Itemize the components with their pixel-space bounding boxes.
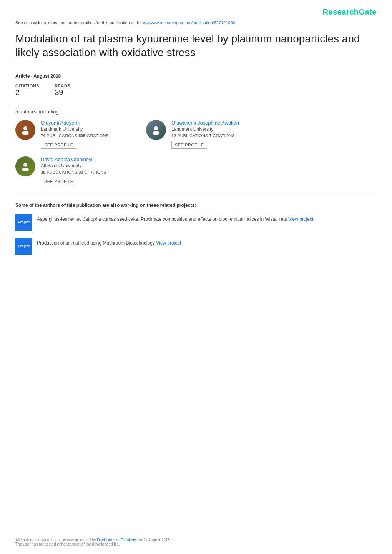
project-description-2: Production of animal feed using Mushroom… (37, 240, 155, 246)
author-info-3: David Adeiza Otohinoyi All Saints Univer… (41, 156, 106, 185)
project-thumb-1: Project (15, 214, 32, 231)
see-discussions-text: See discussions, stats, and author profi… (15, 20, 136, 25)
see-profile-btn-1[interactable]: SEE PROFILE (41, 141, 76, 149)
authors-grid: Oluyomi Adeyemi Landmark University 74 P… (15, 120, 377, 185)
article-date: August 2018 (33, 73, 61, 79)
authors-count: 5 authors (15, 109, 36, 115)
author-pubs-1: 74 (41, 133, 45, 138)
author-affiliation-2: Landmark University (171, 126, 239, 132)
author-affiliation-3: All Saints University (41, 163, 106, 168)
footer-uploader-link[interactable]: David Adeiza Otohinoyi (97, 538, 136, 542)
author-info-2: Oluwakemi Josephine Awakan Landmark Univ… (171, 120, 239, 149)
author-name-3[interactable]: David Adeiza Otohinoyi (41, 156, 106, 162)
project-thumb-2: Project (15, 238, 32, 255)
reads-label: READS (55, 83, 70, 88)
project-item-2: Project Production of animal feed using … (15, 238, 377, 255)
svg-point-2 (154, 126, 158, 130)
stats-row: CITATIONS 2 READS 39 (15, 83, 377, 97)
reads-value: 39 (55, 88, 70, 97)
author-stats-3: 38 PUBLICATIONS 30 CITATIONS (41, 170, 106, 175)
avatar-3 (15, 156, 35, 176)
author-affiliation-1: Landmark University (41, 126, 109, 132)
authors-including: , including: (36, 109, 60, 115)
author-name-1[interactable]: Oluyomi Adeyemi (41, 120, 109, 126)
title-divider (15, 68, 377, 68)
footer: All content following this page was uplo… (15, 538, 377, 546)
author-cits-label-2: CITATIONS (213, 133, 234, 138)
project-text-2: Production of animal feed using Mushroom… (37, 238, 181, 246)
see-profile-btn-3[interactable]: SEE PROFILE (41, 178, 76, 185)
footer-line1: All content following this page was uplo… (15, 538, 377, 542)
project-link-1[interactable]: View project (288, 216, 313, 222)
article-meta: Article · August 2018 (15, 73, 377, 79)
project-text-1: Aspergillus-fermented Jatropha curcas se… (37, 214, 313, 223)
author-cits-label-1: CITATIONS (87, 133, 109, 138)
author-pubs-2: 12 (171, 133, 176, 138)
author-top-2: Oluwakemi Josephine Awakan Landmark Univ… (146, 120, 269, 149)
author-cits-1: 595 (78, 133, 85, 138)
page-container: ResearchGate See discussions, stats, and… (0, 0, 392, 554)
author-top-3: David Adeiza Otohinoyi All Saints Univer… (15, 156, 138, 185)
author-card-2: Oluwakemi Josephine Awakan Landmark Univ… (146, 120, 269, 149)
svg-point-0 (23, 126, 27, 130)
citations-label: CITATIONS (15, 83, 39, 88)
author-stats-2: 12 PUBLICATIONS 7 CITATIONS (171, 133, 239, 138)
svg-point-5 (22, 168, 29, 171)
projects-section: Some of the authors of this publication … (15, 203, 377, 255)
stats-divider (15, 103, 377, 103)
svg-point-1 (22, 131, 29, 135)
reads-block: READS 39 (55, 83, 70, 97)
author-stats-1: 74 PUBLICATIONS 595 CITATIONS (41, 133, 109, 138)
footer-line2: The user has requested enhancement of th… (15, 542, 377, 546)
article-type: Article (15, 73, 30, 79)
researchgate-logo: ResearchGate (322, 8, 377, 16)
project-item-1: Project Aspergillus-fermented Jatropha c… (15, 214, 377, 231)
avatar-2 (146, 120, 166, 140)
author-name-2[interactable]: Oluwakemi Josephine Awakan (171, 120, 239, 126)
author-pubs-label-3: PUBLICATIONS (47, 170, 78, 175)
projects-label: Some of the authors of this publication … (15, 203, 377, 208)
publication-url-link[interactable]: https://www.researchgate.net/publication… (137, 20, 235, 25)
project-link-2[interactable]: View project (156, 240, 181, 246)
author-pubs-3: 38 (41, 170, 45, 175)
article-title: Modulation of rat plasma kynurenine leve… (15, 32, 361, 60)
avatar-1 (15, 120, 35, 140)
top-bar: ResearchGate (15, 8, 377, 17)
author-cits-2: 7 (209, 133, 211, 138)
see-discussions-bar: See discussions, stats, and author profi… (15, 20, 377, 25)
author-card-1: Oluyomi Adeyemi Landmark University 74 P… (15, 120, 138, 149)
author-cits-3: 30 (78, 170, 83, 175)
footer-text-2: on 21 August 2018. (138, 538, 171, 542)
svg-point-3 (153, 131, 159, 135)
footer-text-1: All content following this page was uplo… (15, 538, 96, 542)
citations-block: CITATIONS 2 (15, 83, 39, 97)
author-pubs-label-2: PUBLICATIONS (177, 133, 209, 138)
project-thumb-label-1: Project (18, 220, 30, 225)
authors-label: 5 authors, including: (15, 109, 377, 115)
authors-divider (15, 193, 377, 193)
svg-point-4 (23, 163, 27, 167)
author-cits-label-3: CITATIONS (85, 170, 106, 175)
citations-value: 2 (15, 88, 39, 97)
author-info-1: Oluyomi Adeyemi Landmark University 74 P… (41, 120, 109, 149)
project-thumb-label-2: Project (18, 244, 30, 248)
author-card-3: David Adeiza Otohinoyi All Saints Univer… (15, 156, 138, 185)
author-pubs-label-1: PUBLICATIONS (47, 133, 78, 138)
author-top-1: Oluyomi Adeyemi Landmark University 74 P… (15, 120, 138, 149)
see-profile-btn-2[interactable]: SEE PROFILE (171, 141, 207, 149)
project-description-1: Aspergillus-fermented Jatropha curcas se… (37, 216, 287, 222)
